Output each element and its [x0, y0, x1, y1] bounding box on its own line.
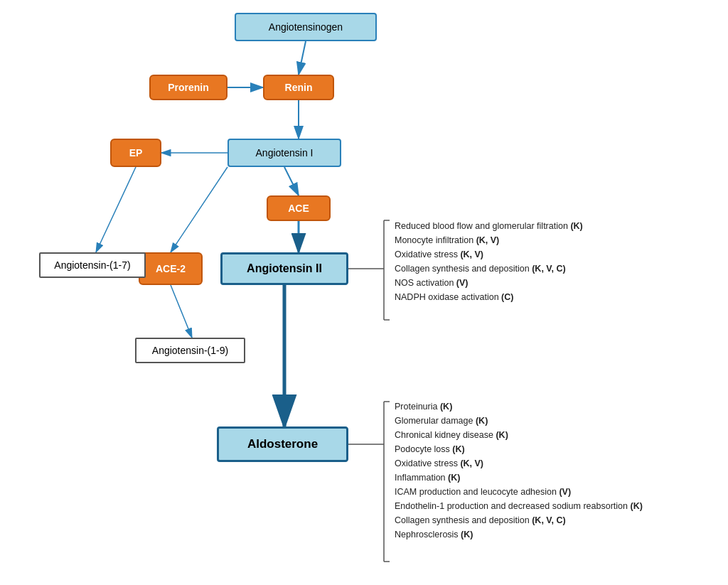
effect-upper-6: NADPH oxidase activation (C)	[395, 290, 707, 304]
svg-line-14	[171, 285, 192, 338]
effect-lower-3: Chronical kidney disease (K)	[395, 428, 707, 442]
lower-effects-list: Proteinuria (K) Glomerular damage (K) Ch…	[395, 399, 707, 542]
effect-lower-2: Glomerular damage (K)	[395, 414, 707, 428]
effect-upper-5: NOS activation (V)	[395, 276, 707, 290]
effect-upper-4: Collagen synthesis and deposition (K, V,…	[395, 262, 707, 276]
ep-node: EP	[110, 139, 161, 167]
svg-line-7	[284, 167, 299, 195]
effect-upper-3: Oxidative stress (K, V)	[395, 247, 707, 262]
effect-lower-9: Collagen synthesis and deposition (K, V,…	[395, 513, 707, 527]
aldosterone-node: Aldosterone	[217, 426, 348, 462]
effect-lower-4: Podocyte loss (K)	[395, 442, 707, 456]
effect-lower-7: ICAM production and leucocyte adhesion (…	[395, 485, 707, 499]
effect-lower-10: Nephrosclerosis (K)	[395, 527, 707, 542]
effect-lower-1: Proteinuria (K)	[395, 399, 707, 414]
angiotensin19-node: Angiotensin-(1-9)	[135, 338, 245, 363]
svg-line-3	[299, 41, 306, 75]
effect-upper-2: Monocyte infiltration (K, V)	[395, 233, 707, 247]
effect-lower-8: Endothelin-1 production and decreased so…	[395, 499, 707, 513]
renin-node: Renin	[263, 75, 334, 100]
upper-effects-list: Reduced blood flow and glomerular filtra…	[395, 219, 707, 304]
angiotensin1-node: Angiotensin I	[228, 139, 341, 167]
diagram-container: Angiotensinogen Prorenin Renin Angiotens…	[0, 0, 728, 585]
svg-line-13	[96, 167, 136, 252]
prorenin-node: Prorenin	[149, 75, 228, 100]
angiotensinogen-node: Angiotensinogen	[235, 13, 377, 41]
effect-lower-6: Inflammation (K)	[395, 471, 707, 485]
ace-node: ACE	[267, 195, 331, 221]
angiotensin17-node: Angiotensin-(1-7)	[39, 252, 146, 278]
ace2-node: ACE-2	[139, 252, 203, 285]
angiotensin2-node: Angiotensin II	[220, 252, 348, 285]
svg-line-10	[171, 167, 228, 252]
effect-upper-1: Reduced blood flow and glomerular filtra…	[395, 219, 707, 233]
effect-lower-5: Oxidative stress (K, V)	[395, 456, 707, 471]
